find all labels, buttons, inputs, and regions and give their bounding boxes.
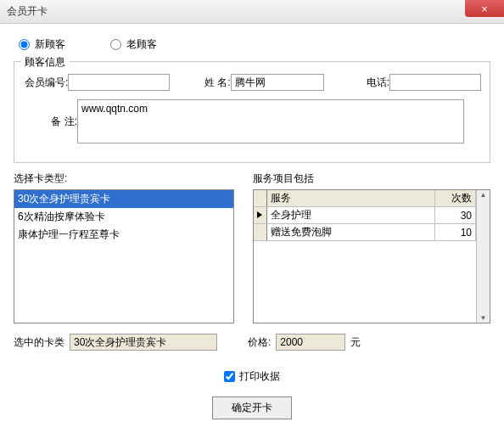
scrollbar[interactable] bbox=[476, 190, 490, 323]
services-header: 服务项目包括 bbox=[253, 172, 490, 186]
col-service: 服务 bbox=[267, 190, 435, 206]
dual-columns: 选择卡类型: 30次全身护理贵宾卡 6次精油按摩体验卡 康体护理一疗程至尊卡 服… bbox=[14, 172, 490, 323]
row-indicator-icon bbox=[254, 224, 267, 240]
table-row[interactable]: 赠送免费泡脚 10 bbox=[254, 224, 476, 241]
close-icon: × bbox=[481, 3, 488, 15]
card-type-listbox[interactable]: 30次全身护理贵宾卡 6次精油按摩体验卡 康体护理一疗程至尊卡 bbox=[14, 189, 234, 323]
list-item[interactable]: 6次精油按摩体验卡 bbox=[14, 208, 233, 226]
name-label: 姓 名: bbox=[185, 76, 230, 90]
print-label: 打印收据 bbox=[239, 369, 280, 384]
service-count: 10 bbox=[435, 224, 476, 240]
selected-card-label: 选中的卡类 bbox=[14, 335, 64, 350]
services-column: 服务项目包括 服务 次数 全身护理 30 赠送免费泡脚 bbox=[253, 172, 490, 323]
phone-input[interactable] bbox=[389, 74, 481, 91]
service-name: 全身护理 bbox=[267, 207, 435, 223]
bottom-row: 选中的卡类 价格: 元 bbox=[14, 334, 490, 351]
price-unit: 元 bbox=[350, 335, 361, 350]
radio-old-customer[interactable]: 老顾客 bbox=[110, 37, 157, 52]
remark-input[interactable] bbox=[77, 99, 464, 143]
confirm-row: 确定开卡 bbox=[14, 396, 490, 419]
selected-card-input bbox=[70, 334, 217, 351]
customer-row-2: 备 注: bbox=[23, 99, 481, 143]
price-input bbox=[276, 334, 345, 351]
phone-label: 电话: bbox=[344, 76, 389, 90]
content-area: 新顾客 老顾客 顾客信息 会员编号: 姓 名: 电话: 备 注: 选择卡类型: … bbox=[0, 24, 504, 428]
window-title: 会员开卡 bbox=[7, 4, 48, 19]
price-label: 价格: bbox=[248, 335, 271, 350]
card-type-column: 选择卡类型: 30次全身护理贵宾卡 6次精油按摩体验卡 康体护理一疗程至尊卡 bbox=[14, 172, 234, 323]
name-input[interactable] bbox=[231, 74, 324, 91]
titlebar: 会员开卡 × bbox=[0, 0, 504, 24]
remark-label: 备 注: bbox=[23, 115, 77, 129]
service-count: 30 bbox=[435, 207, 476, 223]
radio-new-customer[interactable]: 新顾客 bbox=[19, 37, 65, 52]
services-table: 服务 次数 全身护理 30 赠送免费泡脚 10 bbox=[253, 189, 490, 323]
table-header-row: 服务 次数 bbox=[254, 190, 476, 207]
list-item[interactable]: 康体护理一疗程至尊卡 bbox=[14, 226, 233, 244]
print-row: 打印收据 bbox=[14, 369, 490, 385]
radio-new-label: 新顾客 bbox=[35, 37, 65, 52]
customer-row-1: 会员编号: 姓 名: 电话: bbox=[23, 74, 481, 91]
customer-fieldset: 顾客信息 会员编号: 姓 名: 电话: 备 注: bbox=[14, 61, 490, 163]
radio-old-label: 老顾客 bbox=[126, 37, 157, 52]
row-header-blank bbox=[254, 190, 267, 206]
col-count: 次数 bbox=[435, 190, 476, 206]
print-checkbox-input[interactable] bbox=[224, 371, 235, 382]
customer-type-row: 新顾客 老顾客 bbox=[14, 32, 490, 61]
print-receipt-checkbox[interactable]: 打印收据 bbox=[224, 369, 280, 384]
close-button[interactable]: × bbox=[465, 0, 504, 17]
service-name: 赠送免费泡脚 bbox=[267, 224, 435, 240]
table-row[interactable]: 全身护理 30 bbox=[254, 207, 476, 224]
radio-new-input[interactable] bbox=[19, 39, 30, 50]
card-type-header: 选择卡类型: bbox=[14, 172, 234, 186]
row-indicator-icon bbox=[254, 207, 267, 223]
radio-old-input[interactable] bbox=[110, 39, 121, 50]
list-item[interactable]: 30次全身护理贵宾卡 bbox=[14, 190, 233, 208]
customer-legend: 顾客信息 bbox=[21, 55, 69, 70]
member-id-label: 会员编号: bbox=[23, 76, 68, 90]
confirm-button[interactable]: 确定开卡 bbox=[212, 396, 292, 419]
member-id-input[interactable] bbox=[68, 74, 170, 91]
